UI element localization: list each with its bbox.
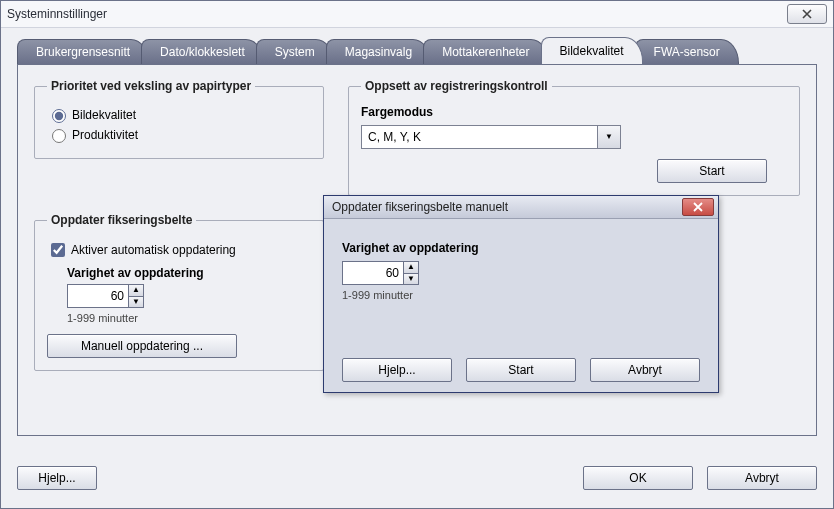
priority-legend: Prioritet ved veksling av papirtyper <box>47 79 255 93</box>
dialog-button-row: Hjelp... Start Avbryt <box>324 358 718 382</box>
color-mode-dropdown-button[interactable]: ▼ <box>597 126 620 148</box>
dialog-body: Varighet av oppdatering ▲ ▼ 1-999 minutt… <box>324 219 718 311</box>
help-button[interactable]: Hjelp... <box>17 466 97 490</box>
tab-fwa-sensor[interactable]: FWA-sensor <box>635 39 739 64</box>
ok-button[interactable]: OK <box>583 466 693 490</box>
titlebar: Systeminnstillinger <box>1 1 833 28</box>
priority-group: Prioritet ved veksling av papirtyper Bil… <box>34 79 324 159</box>
duration-spin-down[interactable]: ▼ <box>129 296 143 308</box>
auto-refresh-label: Aktiver automatisk oppdatering <box>71 243 236 257</box>
dialog-help-button[interactable]: Hjelp... <box>342 358 452 382</box>
duration-spin-up[interactable]: ▲ <box>129 285 143 296</box>
manual-refresh-dialog: Oppdater fikseringsbelte manuelt Varighe… <box>323 195 719 393</box>
duration-spinbox[interactable]: ▲ ▼ <box>67 284 144 308</box>
dialog-duration-spin-up[interactable]: ▲ <box>404 262 418 273</box>
dialog-title: Oppdater fikseringsbelte manuelt <box>332 200 508 214</box>
chevron-down-icon: ▼ <box>132 298 140 306</box>
dialog-close-button[interactable] <box>682 198 714 216</box>
manual-refresh-button[interactable]: Manuell oppdatering ... <box>47 334 237 358</box>
tab-brukergrensesnitt[interactable]: Brukergrensesnitt <box>17 39 149 64</box>
auto-refresh-checkbox[interactable] <box>51 243 65 257</box>
chevron-up-icon: ▲ <box>407 263 415 271</box>
window-close-button[interactable] <box>787 4 827 24</box>
chevron-up-icon: ▲ <box>132 286 140 294</box>
dialog-titlebar: Oppdater fikseringsbelte manuelt <box>324 196 718 219</box>
dialog-duration-input[interactable] <box>343 262 403 284</box>
close-icon <box>692 202 704 212</box>
dialog-duration-label: Varighet av oppdatering <box>342 241 700 255</box>
tab-system[interactable]: System <box>256 39 334 64</box>
chevron-down-icon: ▼ <box>407 275 415 283</box>
color-mode-label: Fargemodus <box>361 105 787 119</box>
window-title: Systeminnstillinger <box>7 7 107 21</box>
priority-option-quality[interactable]: Bildekvalitet <box>47 106 311 123</box>
registration-legend: Oppsett av registreringskontroll <box>361 79 552 93</box>
priority-option-productivity[interactable]: Produktivitet <box>47 126 311 143</box>
fuser-refresh-legend: Oppdater fikseringsbelte <box>47 213 196 227</box>
priority-label-productivity: Produktivitet <box>72 128 138 142</box>
tab-mottakerenheter[interactable]: Mottakerenheter <box>423 39 548 64</box>
color-mode-value: C, M, Y, K <box>362 130 597 144</box>
cancel-button[interactable]: Avbryt <box>707 466 817 490</box>
duration-hint: 1-999 minutter <box>67 312 311 324</box>
chevron-down-icon: ▼ <box>605 133 613 141</box>
dialog-duration-spinbox[interactable]: ▲ ▼ <box>342 261 419 285</box>
dialog-start-button[interactable]: Start <box>466 358 576 382</box>
priority-label-quality: Bildekvalitet <box>72 108 136 122</box>
auto-refresh-row[interactable]: Aktiver automatisk oppdatering <box>47 240 311 260</box>
tab-dato-klokkeslett[interactable]: Dato/klokkeslett <box>141 39 264 64</box>
priority-radio-productivity[interactable] <box>52 129 66 143</box>
registration-group: Oppsett av registreringskontroll Fargemo… <box>348 79 800 196</box>
fuser-refresh-group: Oppdater fikseringsbelte Aktiver automat… <box>34 213 324 371</box>
system-settings-window: Systeminnstillinger Brukergrensesnitt Da… <box>0 0 834 509</box>
close-icon <box>800 9 814 19</box>
tab-bildekvalitet[interactable]: Bildekvalitet <box>541 37 643 64</box>
bottom-button-bar: Hjelp... OK Avbryt <box>17 466 817 490</box>
priority-radio-quality[interactable] <box>52 109 66 123</box>
tab-magasinvalg[interactable]: Magasinvalg <box>326 39 431 64</box>
dialog-duration-spin-down[interactable]: ▼ <box>404 273 418 285</box>
tab-strip: Brukergrensesnitt Dato/klokkeslett Syste… <box>17 38 817 64</box>
color-mode-select[interactable]: C, M, Y, K ▼ <box>361 125 621 149</box>
duration-label: Varighet av oppdatering <box>67 266 311 280</box>
dialog-duration-hint: 1-999 minutter <box>342 289 700 301</box>
dialog-cancel-button[interactable]: Avbryt <box>590 358 700 382</box>
registration-start-button[interactable]: Start <box>657 159 767 183</box>
duration-input[interactable] <box>68 285 128 307</box>
